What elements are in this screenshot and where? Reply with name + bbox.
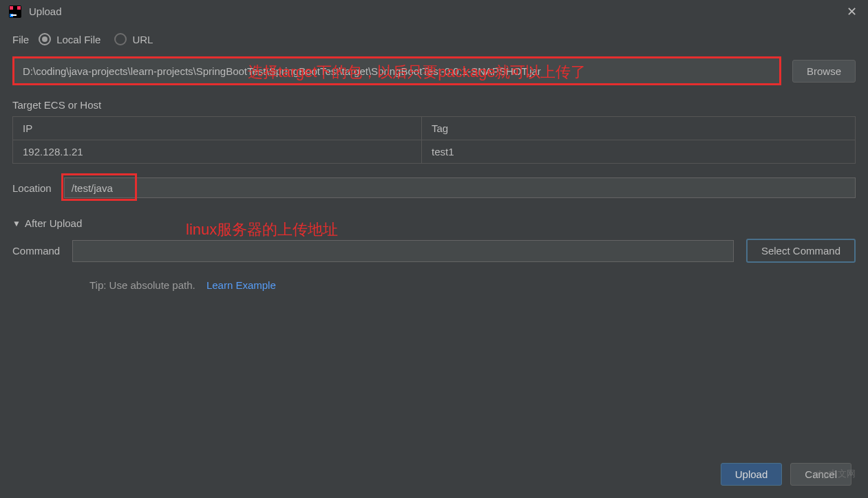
table-header: IP Tag <box>13 117 855 140</box>
chevron-down-icon: ▼ <box>12 219 21 228</box>
radio-url-label: URL <box>132 34 153 45</box>
svg-rect-1 <box>10 6 13 10</box>
radio-local-file-label: Local File <box>56 34 100 45</box>
command-label: Command <box>12 245 60 257</box>
file-source-row: File Local File URL <box>12 33 856 45</box>
svg-rect-3 <box>17 6 21 10</box>
file-path-row: Browse <box>12 56 856 85</box>
file-path-input[interactable] <box>12 56 781 85</box>
after-upload-label: After Upload <box>25 217 82 229</box>
radio-circle-icon <box>39 33 51 45</box>
location-wrapper <box>64 177 856 198</box>
command-row: Command Select Command <box>12 239 856 263</box>
target-label: Target ECS or Host <box>12 99 856 111</box>
browse-button[interactable]: Browse <box>792 60 856 83</box>
dialog-title: Upload <box>29 6 62 17</box>
close-icon[interactable]: ✕ <box>844 4 860 19</box>
command-input[interactable] <box>72 240 734 262</box>
file-radio-group: Local File URL <box>39 33 153 45</box>
upload-dialog: Upload ✕ 选择target下的包，以后只要package就可以上传了 F… <box>0 0 868 498</box>
tip-text: Tip: Use absolute path. <box>89 279 195 291</box>
location-input[interactable] <box>64 177 856 198</box>
upload-button[interactable]: Upload <box>721 463 783 486</box>
table-row[interactable]: 192.128.1.21 test1 <box>13 140 855 163</box>
file-label: File <box>12 34 29 45</box>
location-row: Location <box>12 177 856 198</box>
header-ip: IP <box>13 117 422 140</box>
cell-ip: 192.128.1.21 <box>13 140 422 163</box>
title-left: Upload <box>8 5 62 19</box>
after-upload-expander[interactable]: ▼ After Upload <box>12 217 856 229</box>
learn-example-link[interactable]: Learn Example <box>207 279 276 291</box>
header-tag: Tag <box>422 117 855 140</box>
radio-circle-icon <box>114 33 127 45</box>
content: 选择target下的包，以后只要package就可以上传了 File Local… <box>0 26 868 498</box>
svg-rect-4 <box>11 14 17 16</box>
dialog-footer: Upload Cancel <box>721 463 851 486</box>
tip-row: Tip: Use absolute path. Learn Example <box>89 279 856 291</box>
titlebar: Upload ✕ <box>0 0 868 26</box>
radio-local-file[interactable]: Local File <box>39 33 100 45</box>
cell-tag: test1 <box>422 140 855 163</box>
cancel-button[interactable]: Cancel <box>790 463 851 486</box>
select-command-button[interactable]: Select Command <box>746 239 856 263</box>
radio-url[interactable]: URL <box>114 33 153 45</box>
location-label: Location <box>12 182 52 194</box>
intellij-icon <box>8 5 22 19</box>
target-table: IP Tag 192.128.1.21 test1 <box>12 116 856 164</box>
